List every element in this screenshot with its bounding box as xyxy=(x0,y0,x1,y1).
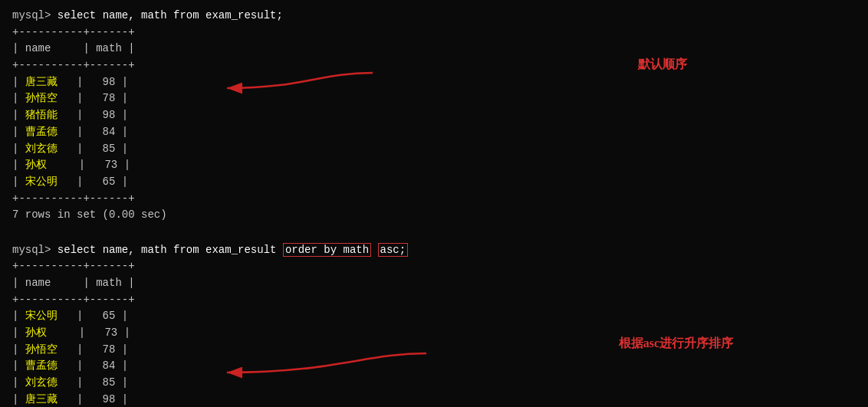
annotation2: 根据asc进行升序排序 xyxy=(619,334,733,353)
section1-command: mysql> select name, math from exam_resul… xyxy=(12,8,856,25)
arrow2 xyxy=(166,327,434,396)
row1-1: | 唐三藏 | 98 | xyxy=(12,74,856,91)
prompt2: mysql> xyxy=(12,244,51,256)
row1-5: | 刘玄德 | 85 | xyxy=(12,141,856,158)
sep1-top: +----------+------+ xyxy=(12,25,856,41)
sep1-bot: +----------+------+ xyxy=(12,191,856,208)
row2-4: | 曹孟德 | 84 | xyxy=(12,358,856,375)
row2-6: | 唐三藏 | 98 | xyxy=(12,392,856,407)
section2: mysql> select name, math from exam_resul… xyxy=(12,242,856,407)
sep1-mid: +----------+------+ xyxy=(12,57,856,74)
row1-3: | 猪悟能 | 98 | xyxy=(12,107,856,124)
row2-5: | 刘玄德 | 85 | xyxy=(12,375,856,392)
cmd2-highlight2: asc; xyxy=(378,243,409,257)
cmd2-before: select name, math from exam_result xyxy=(51,244,282,256)
row1-2: | 孙悟空 | 78 | xyxy=(12,90,856,107)
section2-command: mysql> select name, math from exam_resul… xyxy=(12,242,856,259)
section1: mysql> select name, math from exam_resul… xyxy=(12,8,856,224)
row1-6: | 孙权 | 73 | xyxy=(12,157,856,174)
cmd2-highlight1: order by math xyxy=(283,243,371,257)
row1-7: | 宋公明 | 65 | xyxy=(12,174,856,191)
annotation1: 默认顺序 xyxy=(638,55,687,74)
sep2-mid: +----------+------+ xyxy=(12,292,856,309)
cmd1: select name, math from exam_result; xyxy=(51,9,282,21)
row2-1: | 宋公明 | 65 | xyxy=(12,308,856,325)
row1-4: | 曹孟德 | 84 | xyxy=(12,124,856,141)
arrow1 xyxy=(166,50,380,111)
prompt1: mysql> xyxy=(12,9,51,21)
sep2-top: +----------+------+ xyxy=(12,258,856,275)
terminal: mysql> select name, math from exam_resul… xyxy=(0,0,868,407)
status1: 7 rows in set (0.00 sec) xyxy=(12,207,856,224)
header1: | name | math | xyxy=(12,41,856,57)
header2: | name | math | xyxy=(12,275,856,292)
